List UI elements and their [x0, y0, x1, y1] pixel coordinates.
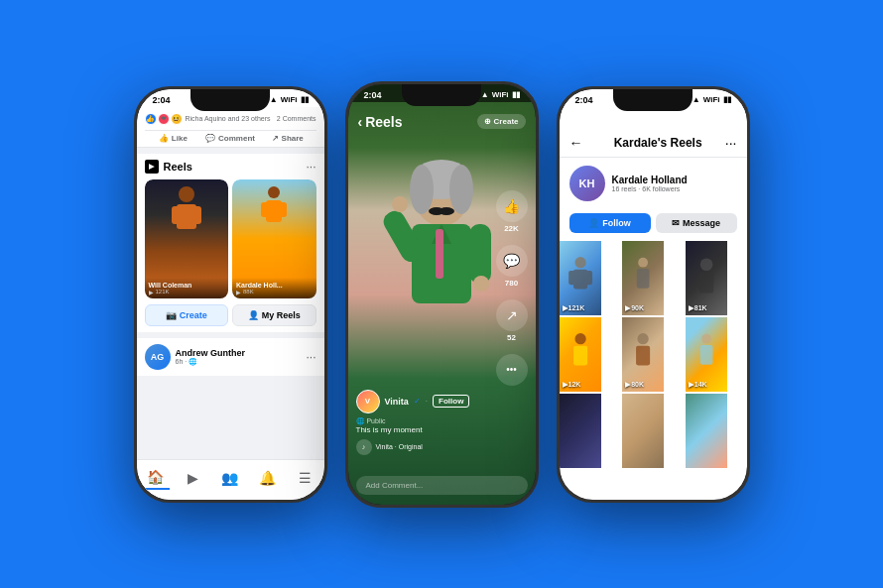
profile-reels-grid: ▶ 121K ▶ 90K: [560, 241, 747, 468]
follow-profile-button[interactable]: 👤 Follow: [569, 213, 651, 233]
fb-actions: 👍 Like 💬 Comment ↗ Share: [145, 130, 316, 143]
svg-rect-3: [189, 206, 201, 224]
reels-section: ▶ Reels ···: [137, 154, 324, 332]
nav-bell[interactable]: 🔔: [253, 466, 283, 490]
svg-point-4: [268, 186, 280, 198]
profile-action-buttons: 👤 Follow ✉ Message: [560, 209, 747, 241]
profile-avatar: KH: [569, 166, 605, 201]
my-reels-icon: 👤: [248, 310, 259, 320]
nav-menu[interactable]: ☰: [291, 466, 320, 490]
back-icon: ‹: [358, 114, 363, 130]
reels-bottom-info: V Vinita ✓ · Follow 🌐 Public This is my …: [356, 390, 486, 455]
post-time: 6h · 🌐: [176, 358, 246, 366]
reel-card-1[interactable]: Will Coleman ▶ 121K: [145, 179, 229, 298]
svg-point-21: [574, 257, 585, 268]
svg-point-27: [700, 258, 713, 271]
comments-count: 2 Comments: [277, 115, 316, 122]
heart-reaction: ❤: [158, 113, 170, 125]
svg-rect-6: [261, 202, 271, 217]
profile-reel-7[interactable]: [560, 394, 601, 468]
reel-views-6: ▶ 14K: [689, 381, 707, 389]
like-button[interactable]: 👍 Like: [145, 134, 202, 143]
reel2-views: ▶ 88K: [236, 289, 313, 295]
svg-point-20: [473, 276, 489, 292]
reels-more[interactable]: ···: [306, 160, 315, 174]
profile-reel-4[interactable]: ▶ 12K: [560, 317, 601, 392]
profile-reel-3[interactable]: ▶ 81K: [686, 241, 727, 315]
dot-separator: ·: [426, 397, 428, 406]
haha-reaction: 😆: [171, 113, 183, 125]
share-icon: ↗: [272, 134, 279, 143]
notch-center: [402, 84, 481, 106]
profile-reel-8[interactable]: [622, 394, 664, 468]
reels-icon: ▶: [145, 160, 159, 174]
audio-icon: ♪: [356, 439, 372, 455]
profile-reel-1[interactable]: ▶ 121K: [560, 241, 601, 315]
nav-people[interactable]: 👥: [215, 466, 245, 490]
screen-right: 2:04 ▲▲▲ WiFi ▮▮ ← Kardale's Reels ··· K…: [560, 89, 747, 500]
post-author: Andrew Gunther: [176, 348, 246, 358]
svg-rect-18: [436, 229, 443, 279]
reel-views-3: ▶ 81K: [689, 304, 707, 312]
post-menu[interactable]: ···: [306, 350, 315, 364]
fb-header: 👍 ❤ 😆 Richa Aquino and 23 others 2 Comme…: [137, 107, 324, 148]
reel-views-2: ▶ 90K: [625, 304, 644, 312]
profile-stats: 16 reels · 6K followers: [612, 185, 688, 192]
profile-reel-6[interactable]: ▶ 14K: [686, 317, 727, 392]
time-left: 2:04: [153, 95, 171, 105]
reel-views-1: ▶ 121K: [563, 304, 585, 312]
message-profile-button[interactable]: ✉ Message: [656, 213, 737, 233]
svg-rect-2: [172, 206, 184, 224]
person-svg: [382, 160, 501, 388]
reels-player[interactable]: ‹ Reels ⊕ Create 👍 22K 💬: [348, 84, 536, 505]
reel-views-4: ▶ 12K: [563, 381, 581, 389]
like-action-icon: 👍: [496, 190, 528, 222]
reel-buttons: 📷 Create 👤 My Reels: [145, 304, 316, 326]
svg-rect-17: [469, 224, 491, 284]
comment-action[interactable]: 💬 780: [496, 245, 528, 288]
reel-card-2[interactable]: Kardale Holl... ▶ 88K: [232, 179, 316, 298]
create-reel-button[interactable]: ⊕ Create: [477, 114, 526, 129]
reel-user-avatar: V: [356, 390, 380, 413]
share-action[interactable]: ↗ 52: [496, 299, 528, 342]
svg-point-25: [638, 257, 648, 267]
comment-button[interactable]: 💬 Comment: [201, 134, 259, 143]
message-icon: ✉: [672, 218, 680, 228]
nav-video[interactable]: ▶: [178, 466, 207, 490]
comment-action-icon: 💬: [496, 245, 528, 277]
back-button[interactable]: ‹ Reels: [358, 114, 403, 130]
like-action[interactable]: 👍 22K: [496, 190, 528, 233]
notch-left: [190, 89, 270, 111]
wifi-center: WiFi: [492, 90, 509, 99]
time-right: 2:04: [575, 95, 593, 105]
audio-text: Vinita · Original: [376, 443, 423, 450]
profile-reel-9[interactable]: [686, 394, 727, 468]
create-button[interactable]: 📷 Create: [145, 304, 229, 326]
profile-reel-2[interactable]: ▶ 90K: [622, 241, 664, 315]
profile-name: Kardale Holland: [612, 175, 688, 185]
battery-icon: ▮▮: [301, 95, 309, 104]
like-icon: 👍: [159, 134, 169, 143]
nav-home[interactable]: 🏠: [140, 466, 170, 490]
reel1-creator: Will Coleman: [149, 282, 225, 289]
profile-back-button[interactable]: ←: [569, 135, 583, 151]
profile-menu-button[interactable]: ···: [725, 135, 737, 151]
profile-reel-5[interactable]: ▶ 80K: [622, 317, 664, 392]
reel-overlay-2: Kardale Holl... ▶ 88K: [232, 278, 316, 298]
reel-audio-row: ♪ Vinita · Original: [356, 439, 486, 455]
more-action[interactable]: •••: [496, 354, 528, 386]
screen-left: 2:04 ▲▲▲ WiFi ▮▮ 👍 ❤ 😆 Richa: [137, 89, 324, 500]
phone-center: ‹ Reels ⊕ Create 👍 22K 💬: [345, 81, 539, 508]
reel-views-5: ▶ 80K: [625, 381, 644, 389]
reel-public: 🌐 Public: [356, 417, 486, 425]
share-button[interactable]: ↗ Share: [259, 134, 316, 143]
svg-point-31: [638, 333, 649, 344]
profile-left: KH Kardale Holland 16 reels · 6K followe…: [569, 166, 688, 201]
more-action-icon: •••: [496, 354, 528, 386]
follow-button[interactable]: Follow: [433, 395, 469, 408]
my-reels-button[interactable]: 👤 My Reels: [232, 304, 316, 326]
reels-title: ▶ Reels: [145, 160, 192, 174]
comment-bar[interactable]: Add Comment...: [356, 476, 528, 495]
camera-icon: ⊕: [484, 117, 491, 126]
share-action-icon: ↗: [496, 299, 528, 331]
